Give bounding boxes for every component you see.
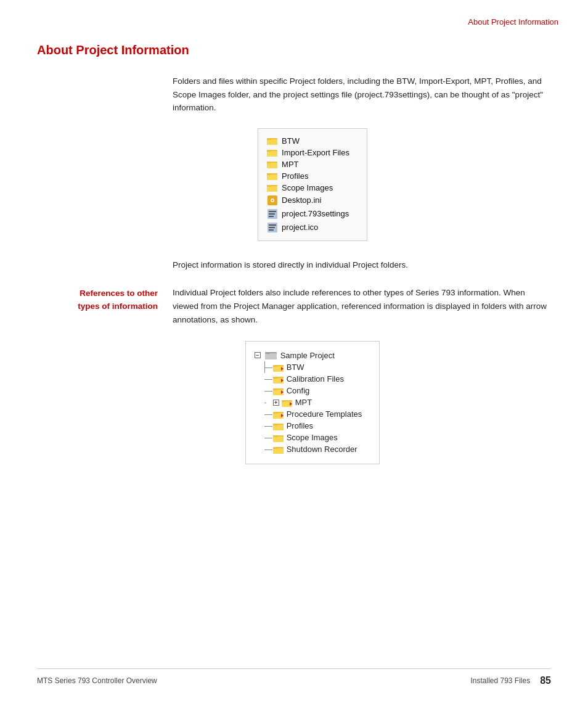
- svg-rect-21: [269, 216, 274, 217]
- footer-right-label: Installed 793 Files: [470, 676, 530, 685]
- list-item: Import-Export Files: [267, 147, 349, 158]
- svg-rect-1: [267, 139, 277, 145]
- tree-item-label: MPT: [295, 398, 312, 407]
- footer-left-text: MTS Series 793 Controller Overview: [37, 676, 157, 685]
- tree-item-label: Shutdown Recorder: [287, 445, 357, 454]
- svg-rect-20: [269, 213, 275, 215]
- section-paragraph: Individual Project folders also include …: [173, 286, 551, 326]
- tree-expand-icon[interactable]: +: [273, 400, 279, 406]
- list-item: project.793settings: [267, 207, 349, 221]
- tree-item-label: Scope Images: [287, 433, 338, 442]
- tree-folder-arrow-icon: [273, 387, 284, 395]
- folder-icon: [267, 148, 278, 157]
- section-label: References to othertypes of information: [37, 287, 158, 313]
- tree-folder-icon: [273, 422, 284, 430]
- svg-rect-4: [267, 151, 277, 157]
- list-item: Scope Images: [267, 182, 349, 194]
- list-item: Desktop.ini: [267, 194, 349, 207]
- svg-rect-57: [273, 447, 277, 449]
- page-footer: MTS Series 793 Controller Overview Insta…: [37, 668, 551, 686]
- svg-rect-11: [267, 173, 271, 175]
- svg-rect-53: [273, 437, 284, 442]
- svg-point-17: [272, 199, 274, 201]
- tree-folder-arrow-icon: [273, 375, 284, 384]
- svg-rect-54: [273, 435, 277, 437]
- svg-rect-10: [267, 174, 277, 180]
- folder-icon: [267, 136, 278, 145]
- tree-folder-icon: [273, 433, 284, 442]
- folder-icon: [267, 171, 278, 180]
- file-icon: [267, 195, 278, 206]
- mid-paragraph: Project information is stored directly i…: [173, 258, 551, 272]
- tree-folder-icon: [273, 445, 284, 454]
- intro-paragraph: Folders and files within specific Projec…: [173, 75, 551, 115]
- svg-rect-8: [267, 162, 271, 163]
- svg-rect-50: [273, 425, 284, 430]
- footer-page-number: 85: [540, 675, 551, 686]
- file-ico-icon: [267, 222, 278, 233]
- svg-rect-28: [265, 352, 270, 354]
- svg-rect-7: [267, 163, 277, 168]
- svg-rect-5: [267, 150, 271, 152]
- svg-rect-47: [273, 412, 277, 414]
- file-settings-icon: [267, 208, 278, 220]
- svg-rect-25: [269, 229, 274, 231]
- svg-rect-19: [269, 211, 276, 212]
- svg-rect-24: [269, 227, 275, 228]
- svg-rect-13: [267, 186, 277, 192]
- tree-collapse-icon[interactable]: −: [255, 352, 261, 358]
- folder-icon: [267, 160, 278, 168]
- tree-root-label: Sample Project: [280, 351, 335, 360]
- tree-item-label: Config: [287, 386, 310, 395]
- list-item: BTW: [267, 135, 349, 147]
- tree-view-box: − Sample Project: [245, 341, 380, 464]
- svg-rect-14: [267, 185, 271, 187]
- svg-rect-51: [273, 424, 277, 425]
- svg-rect-2: [267, 138, 271, 140]
- header-breadcrumb: About Project Information: [468, 17, 558, 27]
- tree-item-label: Profiles: [287, 421, 313, 430]
- svg-rect-56: [273, 448, 284, 454]
- svg-rect-23: [269, 224, 276, 226]
- svg-rect-39: [273, 388, 277, 390]
- svg-rect-35: [273, 377, 277, 379]
- svg-rect-43: [282, 400, 286, 402]
- list-item: project.ico: [267, 221, 349, 234]
- page-title: About Project Information: [37, 43, 551, 57]
- list-item: MPT: [267, 158, 349, 170]
- tree-item-label: BTW: [287, 363, 304, 372]
- tree-item-label: Procedure Templates: [287, 409, 362, 419]
- folder-icon: [267, 183, 278, 192]
- tree-item-label: Calibration Files: [287, 374, 344, 384]
- tree-folder-arrow-icon: [273, 363, 284, 372]
- file-listing-box: BTW Import-Export Files MPT: [258, 128, 367, 241]
- tree-root-folder-icon: [265, 350, 277, 360]
- svg-rect-27: [265, 353, 277, 359]
- tree-folder-arrow-icon: [273, 410, 284, 419]
- list-item: Profiles: [267, 170, 349, 182]
- svg-rect-31: [273, 365, 277, 367]
- tree-folder-arrow-icon: [282, 398, 293, 407]
